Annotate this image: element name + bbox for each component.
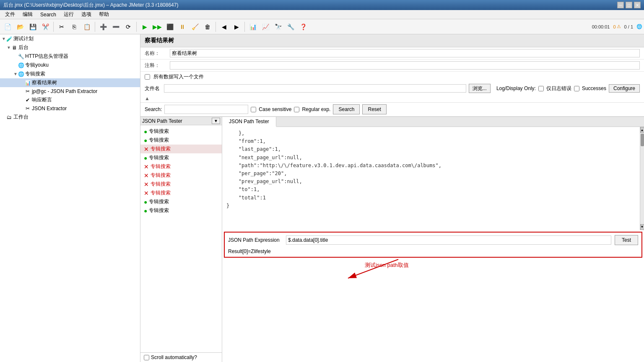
annotation-area: 测试json path取值 [222,259,644,362]
tree-item-http-header[interactable]: 🔧 HTTP信息头管理器 [0,52,140,61]
expand-search: ▼ [13,72,18,76]
tree-item-search[interactable]: ▼ 🌐 专辑搜索 [0,70,140,78]
name-input[interactable] [170,49,640,57]
errors-only-checkbox[interactable] [538,86,544,91]
item-label-9: 专辑搜索 [149,207,169,214]
json-path-label: JSON Path Expression [228,237,283,243]
tree-label-search: 专辑搜索 [25,70,45,78]
successes-checkbox[interactable] [574,86,579,91]
menu-options[interactable]: 选项 [78,10,95,19]
tb-clear-all[interactable]: 🗑 [202,21,213,33]
tb-prev[interactable]: ◀ [218,21,230,33]
maximize-btn[interactable]: □ [626,2,632,8]
list-item[interactable]: ✕ 专辑搜索 [140,189,222,197]
list-item[interactable]: ● 专辑搜索 [140,127,222,136]
scroll-up-btn[interactable]: ▲ [640,127,644,133]
tb-new[interactable]: 📄 [2,21,13,33]
tree-item-workbench[interactable]: 🗂 工作台 [0,113,140,122]
search-input[interactable] [164,105,248,114]
minimize-btn[interactable]: ─ [617,2,624,8]
status-icon-green: ● [144,128,147,135]
list-item[interactable]: ✕ 专辑搜索 [140,171,222,180]
tb-save[interactable]: 💾 [27,21,39,33]
scroll-down-btn[interactable]: ▼ [640,224,644,230]
split-left-title: JSON Path Tester [142,118,210,124]
tb-function[interactable]: 🔧 [285,21,296,33]
search-button[interactable]: Search [333,104,360,114]
tb-copy[interactable]: ⎘ [68,21,80,33]
json-path-tester-box: JSON Path Expression Test Result[0]=Zlif… [224,232,642,258]
expand-result-tree [20,80,24,85]
menu-search[interactable]: Search [37,11,60,18]
list-item[interactable]: ● 专辑搜索 [140,206,222,215]
list-item[interactable]: ● 专辑搜索 [140,153,222,162]
item-label-3: 专辑搜索 [149,154,169,161]
tree-label-json-extractor: JSON Extractor [32,106,67,111]
menu-file[interactable]: 文件 [2,10,18,19]
tb-save-as[interactable]: ✂️ [39,21,51,33]
panel-title: 察看结果树 [145,37,174,44]
test-button[interactable]: Test [615,235,638,245]
tb-help[interactable]: ❓ [297,21,309,33]
tb-start-no-pause[interactable]: ▶▶ [151,21,163,33]
tb-remote[interactable]: 🔭 [272,21,284,33]
tb-stop[interactable]: ⬛ [164,21,176,33]
menu-run[interactable]: 运行 [60,10,77,19]
tb-sep3 [136,22,137,32]
tree-item-result-tree[interactable]: 📊 察看结果树 [0,78,140,87]
tb-add[interactable]: ➕ [97,21,109,33]
scroll-track [640,133,644,224]
arrow-annotation [323,255,407,289]
tree-item-youku[interactable]: 🌐 专辑youku [0,61,140,70]
collapse-icon[interactable]: ▲ [145,96,150,101]
scroll-thumb[interactable] [641,134,644,146]
tree-item-jp-extractor[interactable]: ✂ jp@gc - JSON Path Extractor [0,87,140,96]
tree-label-result-tree: 察看结果树 [32,79,57,86]
tb-duplicate[interactable]: ⟳ [122,21,134,33]
json-content[interactable]: }, "from":1, "last_page":1, "next_page_u… [222,127,640,230]
tb-summary[interactable]: 📈 [260,21,271,33]
tb-sep5 [244,22,245,32]
tb-start[interactable]: ▶ [139,21,151,33]
menu-help[interactable]: 帮助 [96,10,112,19]
list-item[interactable]: ✕ 专辑搜索 [140,180,222,189]
tree-item-json-extractor[interactable]: ✂ JSON Extractor [0,104,140,113]
regular-exp-checkbox[interactable] [294,107,299,112]
browse-button[interactable]: 浏览... [469,84,491,93]
reset-button[interactable]: Reset [362,104,386,114]
dropdown-arrow[interactable]: ▼ [212,118,220,124]
tb-cut[interactable]: ✂ [56,21,68,33]
tb-paste[interactable]: 📋 [81,21,93,33]
tb-shutdown[interactable]: ⏸ [177,21,188,33]
jp-icon: ✂ [24,88,31,95]
write-to-file-row: 所有数据写入一个文件 [140,72,644,82]
configure-button[interactable]: Configure [609,84,640,93]
json-path-input[interactable] [286,235,611,245]
list-item[interactable]: ● 专辑搜索 [140,136,222,145]
tb-next[interactable]: ▶ [231,21,242,33]
tb-aggregate[interactable]: 📊 [247,21,259,33]
tb-remove[interactable]: ➖ [110,21,122,33]
write-to-file-checkbox[interactable] [145,74,150,80]
tree-item-test-plan[interactable]: ▼ 🧪 测试计划 [0,34,140,43]
tb-sep1 [53,22,54,32]
scroll-auto-checkbox[interactable] [144,355,149,360]
right-panel: 察看结果树 名称： 注释： 所有数据写入一个文件 文件名 浏览... Log/D… [140,34,644,362]
menu-edit[interactable]: 编辑 [19,10,36,19]
list-item[interactable]: ✕ 专辑搜索 [140,145,222,153]
comment-input[interactable] [170,61,640,70]
list-item[interactable]: ✕ 专辑搜索 [140,162,222,171]
case-sensitive-checkbox[interactable] [251,107,256,112]
tab-json-path-tester[interactable]: JSON Path Tester [222,117,276,127]
item-label-0: 专辑搜索 [149,128,169,135]
close-btn[interactable]: ✕ [634,2,641,8]
tree-item-backend[interactable]: ▼ 🖥 后台 [0,43,140,52]
list-item[interactable]: ● 专辑搜索 [140,197,222,206]
tb-clear-tree[interactable]: 🧹 [189,21,201,33]
tb-open[interactable]: 📂 [14,21,26,33]
tree-item-response-assert[interactable]: ✔ 响应断言 [0,96,140,104]
file-input[interactable] [164,84,466,93]
annotation-text: 测试json path取值 [365,261,409,269]
timer-display: 00:00:01 [592,24,610,29]
tree-label-http: HTTP信息头管理器 [25,53,68,60]
